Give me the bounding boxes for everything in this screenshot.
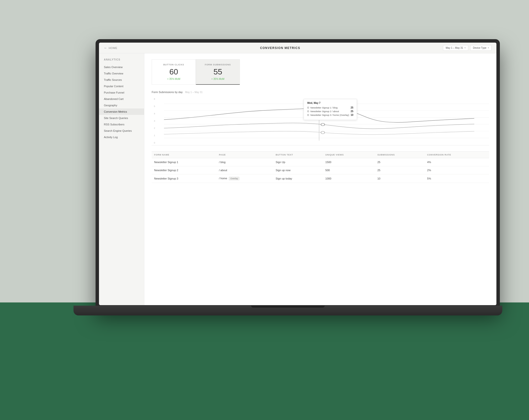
- tooltip-dot-1: [307, 107, 309, 108]
- y-label-5: 5: [152, 105, 155, 107]
- button-clicks-value: 60: [157, 68, 191, 76]
- laptop-screen: ← HOME CONVERSION METRICS May 1 – May 31…: [99, 43, 496, 305]
- tooltip-row-1: Newsletter Signup 1 / blog 25: [307, 106, 354, 109]
- sidebar-item-label: Popular Content: [104, 85, 123, 88]
- chart-container: 0 1 2 3 4 5 6: [152, 97, 489, 145]
- sidebar-item-sales-overview[interactable]: Sales Overview: [99, 64, 144, 70]
- y-axis: 0 1 2 3 4 5 6: [152, 97, 155, 145]
- chart-subtitle: May 1 – May 31: [185, 91, 203, 94]
- top-bar: ← HOME CONVERSION METRICS May 1 – May 31…: [99, 43, 496, 53]
- laptop-frame: ← HOME CONVERSION METRICS May 1 – May 31…: [95, 39, 500, 309]
- cell-form-name: Newsletter Signup 2: [152, 166, 217, 174]
- tooltip-date: Wed, May 7: [307, 102, 354, 104]
- table-header-row: FORM NAME PAGE BUTTON TEXT UNIQUE VIEWS …: [152, 152, 489, 158]
- tooltip-row-2: Newsletter Signup 2 / about 25: [307, 110, 354, 113]
- cell-submissions: 25: [375, 166, 425, 174]
- sidebar-item-label: Site Search Queries: [104, 116, 128, 119]
- sidebar-item-traffic-overview[interactable]: Traffic Overview: [99, 70, 144, 77]
- col-form-name: FORM NAME: [152, 152, 217, 158]
- cell-page: / about: [217, 166, 273, 174]
- form-submissions-label: FORM SUBMISSIONS: [201, 64, 235, 66]
- chevron-down-icon: ▾: [464, 47, 465, 49]
- sidebar-item-label: Abandoned Cart: [104, 98, 123, 101]
- sidebar-item-label: Search Engine Queries: [104, 129, 132, 132]
- cell-conversion-rate: 5%: [425, 174, 489, 183]
- chart-title: Form Submissions by day: [152, 91, 183, 94]
- content-area: BUTTON CLICKS 60 + 35% MoM FORM SUBMISSI…: [144, 53, 496, 305]
- button-clicks-label: BUTTON CLICKS: [157, 64, 191, 66]
- form-submissions-value: 55: [201, 68, 235, 76]
- cell-conversion-rate: 4%: [425, 158, 489, 166]
- sidebar-item-activity-log[interactable]: Activity Log: [99, 134, 144, 140]
- sidebar-item-label: Conversion Metrics: [104, 110, 127, 113]
- sidebar-item-traffic-sources[interactable]: Traffic Sources: [99, 77, 144, 83]
- cell-conversion-rate: 2%: [425, 166, 489, 174]
- cell-unique-views: 500: [323, 166, 375, 174]
- sidebar: ANALYTICS Sales Overview Traffic Overvie…: [99, 53, 144, 305]
- svg-point-8: [321, 123, 325, 126]
- sidebar-item-abandoned-cart[interactable]: Abandoned Cart: [99, 96, 144, 102]
- button-clicks-card[interactable]: BUTTON CLICKS 60 + 35% MoM: [152, 59, 196, 85]
- table-row: Newsletter Signup 2 / about Sign up now …: [152, 166, 489, 174]
- table-row: Newsletter Signup 3 / home Overlay Sign …: [152, 174, 489, 183]
- cell-submissions: 10: [375, 174, 425, 183]
- back-navigation[interactable]: ← HOME: [104, 46, 117, 50]
- sidebar-item-label: Geography: [104, 104, 117, 107]
- date-range-dropdown[interactable]: May 1 – May 31 ▾: [443, 45, 468, 51]
- cell-page: / home Overlay: [217, 174, 273, 183]
- col-page: PAGE: [217, 152, 273, 158]
- overlay-badge: Overlay: [229, 177, 239, 180]
- chevron-down-icon: ▾: [488, 47, 489, 49]
- tooltip-name-1: Newsletter Signup 1 / blog: [310, 106, 349, 109]
- y-label-4: 4: [152, 112, 155, 115]
- sidebar-item-purchase-funnel[interactable]: Purchase Funnel: [99, 89, 144, 96]
- sidebar-section-label: ANALYTICS: [99, 58, 144, 64]
- device-type-dropdown[interactable]: Device Type ▾: [470, 45, 491, 51]
- top-controls: May 1 – May 31 ▾ Device Type ▾: [443, 45, 491, 51]
- tooltip-row-3: Newsletter Signup 3 / home (Overlay) 10: [307, 114, 354, 116]
- sidebar-item-label: RSS Subscribers: [104, 123, 124, 126]
- sidebar-item-site-search[interactable]: Site Search Queries: [99, 115, 144, 121]
- cell-page: / blog: [217, 158, 273, 166]
- col-unique-views: UNIQUE VIEWS: [323, 152, 375, 158]
- col-submissions: SUBMISSIONS: [375, 152, 425, 158]
- laptop-base: [74, 306, 502, 315]
- sidebar-item-geography[interactable]: Geography: [99, 102, 144, 108]
- sidebar-item-label: Traffic Overview: [104, 72, 123, 75]
- y-label-6: 6: [152, 98, 155, 100]
- sidebar-item-label: Traffic Sources: [104, 78, 122, 81]
- y-label-1: 1: [152, 134, 155, 137]
- cell-unique-views: 1000: [323, 174, 375, 183]
- page-title: CONVERSION METRICS: [117, 46, 443, 50]
- y-label-2: 2: [152, 127, 155, 129]
- chart-header: Form Submissions by day May 1 – May 31: [152, 91, 489, 94]
- table-row: Newsletter Signup 1 / blog Sign Up 1500 …: [152, 158, 489, 166]
- cell-form-name: Newsletter Signup 1: [152, 158, 217, 166]
- sidebar-item-label: Sales Overview: [104, 66, 122, 69]
- tooltip-dot-3: [307, 114, 309, 116]
- tooltip-name-3: Newsletter Signup 3 / home (Overlay): [310, 114, 349, 116]
- sidebar-item-popular-content[interactable]: Popular Content: [99, 83, 144, 89]
- cell-button-text: Sign Up: [273, 158, 323, 166]
- laptop-notch: [251, 306, 325, 308]
- home-label: HOME: [109, 47, 117, 50]
- col-button-text: BUTTON TEXT: [273, 152, 323, 158]
- tooltip-val-1: 25: [351, 106, 353, 109]
- data-table: FORM NAME PAGE BUTTON TEXT UNIQUE VIEWS …: [152, 151, 489, 183]
- svg-point-9: [321, 131, 325, 134]
- tooltip-name-2: Newsletter Signup 2 / about: [310, 110, 349, 113]
- sidebar-item-rss[interactable]: RSS Subscribers: [99, 121, 144, 127]
- form-submissions-card[interactable]: FORM SUBMISSIONS 55 + 35% MoM: [196, 59, 240, 85]
- cell-unique-views: 1500: [323, 158, 375, 166]
- form-submissions-change: + 35% MoM: [201, 78, 235, 80]
- cell-form-name: Newsletter Signup 3: [152, 174, 217, 183]
- sidebar-item-label: Purchase Funnel: [104, 91, 124, 94]
- sidebar-item-conversion-metrics[interactable]: Conversion Metrics: [99, 108, 144, 115]
- sidebar-item-search-engine[interactable]: Search Engine Queries: [99, 127, 144, 134]
- col-conversion-rate: CONVERSION RATE: [425, 152, 489, 158]
- chart-tooltip: Wed, May 7 Newsletter Signup 1 / blog 25…: [304, 99, 357, 120]
- table-surface: [0, 303, 529, 420]
- tooltip-val-3: 10: [351, 114, 353, 116]
- sidebar-item-label: Activity Log: [104, 136, 118, 139]
- chart-section: Form Submissions by day May 1 – May 31 0…: [152, 91, 489, 145]
